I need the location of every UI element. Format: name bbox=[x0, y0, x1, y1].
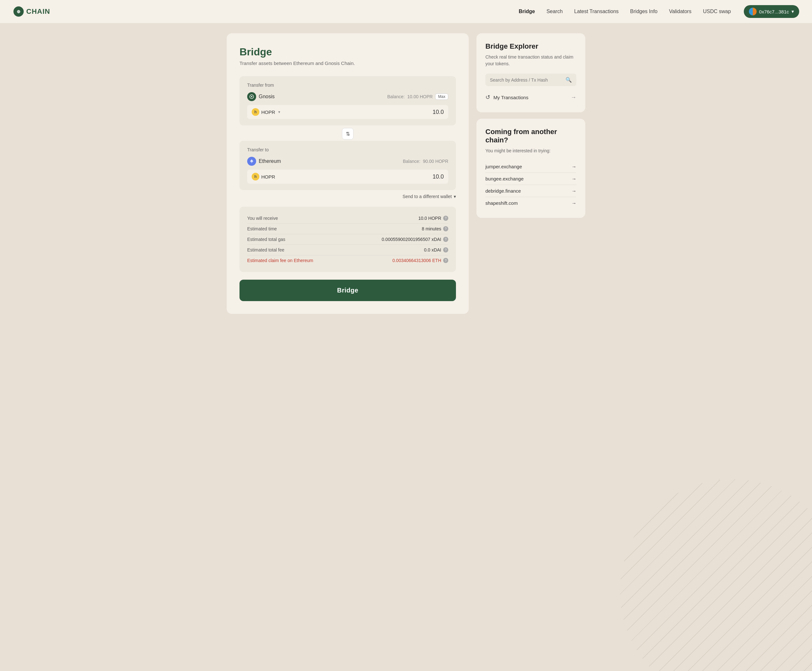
to-chain-name: Ethereum bbox=[247, 157, 281, 166]
fee-row-total: Estimated total fee 0.0 xDAI ? bbox=[247, 244, 448, 255]
to-token-amount: 10.0 bbox=[433, 174, 444, 180]
from-token-amount[interactable]: 10.0 bbox=[433, 109, 444, 116]
time-value: 8 minutes bbox=[422, 226, 441, 232]
wallet-address: 0x76c7...381c bbox=[759, 9, 789, 14]
explorer-title: Bridge Explorer bbox=[485, 42, 577, 51]
nav-validators[interactable]: Validators bbox=[669, 9, 691, 14]
time-label: Estimated time bbox=[247, 226, 277, 232]
chain-links-list: jumper.exchange → bungee.exchange → debr… bbox=[485, 161, 577, 209]
to-token-amount-row: h HOPR 10.0 bbox=[247, 170, 448, 184]
to-balance: Balance: 90.00 HOPR bbox=[403, 159, 448, 164]
bungee-arrow-icon: → bbox=[571, 176, 577, 181]
wallet-chevron-icon: ▾ bbox=[792, 9, 794, 14]
from-chain-name: Gnosis bbox=[247, 92, 275, 101]
bridge-subtitle: Transfer assets between Ethereum and Gno… bbox=[239, 60, 456, 66]
shapeshift-arrow-icon: → bbox=[571, 200, 577, 206]
explorer-description: Check real time transaction status and c… bbox=[485, 54, 577, 67]
chain-link-debridge[interactable]: debridge.finance → bbox=[485, 185, 577, 197]
navbar: ⊕ CHAIN Bridge Search Latest Transaction… bbox=[0, 0, 812, 23]
to-hopr-token-icon: h bbox=[252, 173, 259, 181]
gnosis-icon bbox=[247, 92, 256, 101]
ethereum-icon bbox=[247, 157, 256, 166]
from-token-amount-row: h HOPR ▾ 10.0 bbox=[247, 105, 448, 119]
receive-row: You will receive 10.0 HOPR ? bbox=[247, 213, 448, 223]
bridge-action-button[interactable]: Bridge bbox=[239, 280, 456, 301]
gas-value: 0.000559002001956507 xDAI bbox=[382, 237, 441, 242]
hopr-token-icon: h bbox=[252, 108, 259, 116]
max-button[interactable]: Max bbox=[435, 94, 448, 100]
to-balance-label: Balance: bbox=[403, 159, 420, 164]
debridge-link-label: debridge.finance bbox=[485, 188, 521, 194]
transfer-from-label: Transfer from bbox=[247, 83, 448, 88]
swap-divider: ⇅ bbox=[239, 128, 456, 140]
search-icon: 🔍 bbox=[565, 77, 572, 83]
jumper-arrow-icon: → bbox=[571, 164, 577, 169]
from-token-name: HOPR bbox=[261, 109, 275, 115]
send-different-wallet-button[interactable]: Send to a different wallet ▾ bbox=[403, 194, 456, 199]
total-fee-value-group: 0.0 xDAI ? bbox=[424, 247, 448, 252]
to-token-name: HOPR bbox=[261, 174, 275, 179]
receive-info-icon[interactable]: ? bbox=[443, 216, 448, 221]
transfer-to-chain-row: Ethereum Balance: 90.00 HOPR bbox=[247, 157, 448, 166]
nav-bridges-info[interactable]: Bridges Info bbox=[630, 9, 657, 14]
another-chain-title: Coming from another chain? bbox=[485, 128, 577, 144]
explorer-search-row: 🔍 bbox=[485, 73, 577, 86]
wallet-button[interactable]: 0x76c7...381c ▾ bbox=[744, 5, 799, 18]
send-different-chevron-icon: ▾ bbox=[454, 194, 456, 199]
shapeshift-link-label: shapeshift.com bbox=[485, 200, 518, 206]
nav-latest-transactions[interactable]: Latest Transactions bbox=[574, 9, 619, 14]
logo[interactable]: ⊕ CHAIN bbox=[13, 6, 50, 17]
from-balance: Balance: 10.00 HOPR Max bbox=[387, 94, 448, 100]
from-balance-value: 10.00 HOPR bbox=[407, 94, 433, 99]
chain-link-bungee[interactable]: bungee.exchange → bbox=[485, 173, 577, 185]
claim-fee-label: Estimated claim fee on Ethereum bbox=[247, 258, 313, 263]
history-icon: ↺ bbox=[485, 94, 490, 101]
send-different-label: Send to a different wallet bbox=[403, 194, 452, 199]
gas-label: Estimated total gas bbox=[247, 237, 285, 242]
receive-label: You will receive bbox=[247, 216, 278, 221]
from-balance-label: Balance: bbox=[387, 94, 404, 99]
gas-row: Estimated total gas 0.000559002001956507… bbox=[247, 234, 448, 244]
bridge-panel: Bridge Transfer assets between Ethereum … bbox=[227, 33, 469, 314]
time-row: Estimated time 8 minutes ? bbox=[247, 223, 448, 234]
wallet-avatar bbox=[749, 8, 757, 15]
my-transactions-left: ↺ My Transactions bbox=[485, 94, 528, 101]
logo-text: CHAIN bbox=[26, 7, 50, 16]
transfer-from-box: Transfer from Gnosis Balance: 10.00 HOPR… bbox=[239, 76, 456, 126]
from-token-select[interactable]: h HOPR ▾ bbox=[252, 108, 280, 116]
total-fee-info-icon[interactable]: ? bbox=[443, 247, 448, 252]
from-token-chevron-icon: ▾ bbox=[278, 110, 280, 114]
claim-fee-value: 0.00340664313006 ETH bbox=[392, 258, 441, 263]
bridge-title: Bridge bbox=[239, 46, 456, 58]
time-info-icon[interactable]: ? bbox=[443, 226, 448, 232]
time-value-group: 8 minutes ? bbox=[422, 226, 448, 232]
my-transactions-label: My Transactions bbox=[493, 95, 528, 100]
transfer-to-label: Transfer to bbox=[247, 147, 448, 152]
another-chain-description: You might be interested in trying: bbox=[485, 148, 577, 154]
bridge-explorer-card: Bridge Explorer Check real time transact… bbox=[476, 33, 585, 112]
my-transactions-arrow-icon: → bbox=[571, 94, 577, 101]
from-chain-label: Gnosis bbox=[259, 94, 275, 99]
chain-link-shapeshift[interactable]: shapeshift.com → bbox=[485, 197, 577, 209]
nav-bridge[interactable]: Bridge bbox=[519, 9, 535, 14]
total-fee-label: Estimated total fee bbox=[247, 247, 284, 252]
transfer-from-chain-row: Gnosis Balance: 10.00 HOPR Max bbox=[247, 92, 448, 101]
jumper-link-label: jumper.exchange bbox=[485, 164, 522, 169]
bungee-link-label: bungee.exchange bbox=[485, 176, 524, 181]
svg-text:⊕: ⊕ bbox=[17, 9, 20, 14]
my-transactions-row[interactable]: ↺ My Transactions → bbox=[485, 91, 577, 103]
logo-icon: ⊕ bbox=[13, 6, 24, 17]
gas-info-icon[interactable]: ? bbox=[443, 237, 448, 242]
another-chain-card: Coming from another chain? You might be … bbox=[476, 119, 585, 218]
to-balance-value: 90.00 HOPR bbox=[423, 159, 448, 164]
claim-fee-info-icon[interactable]: ? bbox=[443, 258, 448, 263]
right-column: Bridge Explorer Check real time transact… bbox=[476, 33, 585, 314]
swap-button[interactable]: ⇅ bbox=[342, 128, 353, 140]
swap-arrows-icon: ⇅ bbox=[346, 131, 350, 137]
nav-search[interactable]: Search bbox=[547, 9, 563, 14]
nav-usdc-swap[interactable]: USDC swap bbox=[703, 9, 731, 14]
nav-links: Bridge Search Latest Transactions Bridge… bbox=[519, 9, 731, 14]
chain-link-jumper[interactable]: jumper.exchange → bbox=[485, 161, 577, 173]
gas-value-group: 0.000559002001956507 xDAI ? bbox=[382, 237, 448, 242]
explorer-search-input[interactable] bbox=[490, 77, 562, 83]
